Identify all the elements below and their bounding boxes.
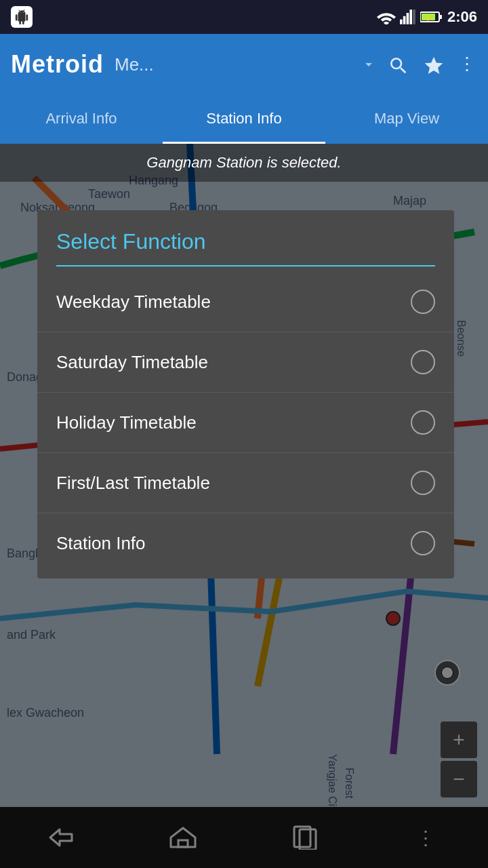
radio-saturday[interactable] — [411, 350, 435, 374]
tab-station-info[interactable]: Station Info — [163, 95, 325, 144]
battery-icon: ⚡ — [420, 10, 442, 24]
svg-rect-26 — [409, 9, 412, 24]
radio-station-info[interactable] — [411, 531, 435, 555]
option-first-last-timetable[interactable]: First/Last Timetable — [37, 453, 454, 513]
status-bar-left — [11, 6, 33, 28]
radio-holiday[interactable] — [411, 410, 435, 435]
option-station-info[interactable]: Station Info — [37, 513, 454, 573]
arrow-icon — [361, 56, 377, 73]
status-bar-right: ⚡ 2:06 — [377, 8, 477, 26]
status-time: 2:06 — [447, 8, 477, 26]
select-function-dialog: Select Function Weekday Timetable Saturd… — [37, 210, 454, 578]
status-bar: ⚡ 2:06 — [0, 0, 488, 34]
app-subtitle: Me... — [115, 54, 350, 75]
option-saturday-label: Saturday Timetable — [56, 352, 208, 373]
radio-first-last[interactable] — [411, 471, 435, 495]
tab-map-view[interactable]: Map View — [325, 95, 488, 144]
wifi-icon — [377, 9, 396, 24]
dialog-title: Select Function — [37, 210, 454, 265]
option-holiday-timetable[interactable]: Holiday Timetable — [37, 393, 454, 453]
option-first-last-label: First/Last Timetable — [56, 473, 210, 494]
star-icon[interactable] — [423, 52, 445, 76]
station-notification: Gangnam Station is selected. — [0, 144, 488, 182]
signal-icon — [400, 9, 416, 24]
status-icons: ⚡ — [377, 9, 442, 24]
option-saturday-timetable[interactable]: Saturday Timetable — [37, 332, 454, 393]
svg-rect-27 — [413, 9, 415, 24]
option-weekday-label: Weekday Timetable — [56, 292, 211, 313]
svg-rect-23 — [400, 20, 403, 24]
app-bar-actions: ⋮ — [388, 52, 477, 76]
tab-arrival-info[interactable]: Arrival Info — [0, 95, 163, 144]
svg-text:⚡: ⚡ — [425, 14, 433, 22]
option-station-info-label: Station Info — [56, 533, 146, 554]
search-icon[interactable] — [388, 52, 409, 76]
radio-weekday[interactable] — [411, 290, 435, 314]
more-options-icon[interactable]: ⋮ — [458, 54, 477, 75]
station-notification-text: Gangnam Station is selected. — [146, 154, 341, 172]
dialog-options: Weekday Timetable Saturday Timetable Hol… — [37, 267, 454, 578]
option-holiday-label: Holiday Timetable — [56, 412, 197, 433]
app-bar: Metroid Me... ⋮ — [0, 34, 488, 95]
tab-bar: Arrival Info Station Info Map View — [0, 95, 488, 144]
svg-rect-29 — [439, 15, 442, 19]
option-weekday-timetable[interactable]: Weekday Timetable — [37, 272, 454, 332]
app-title: Metroid — [11, 50, 104, 79]
android-icon — [11, 6, 33, 28]
svg-rect-24 — [403, 16, 406, 24]
svg-rect-25 — [407, 13, 409, 24]
